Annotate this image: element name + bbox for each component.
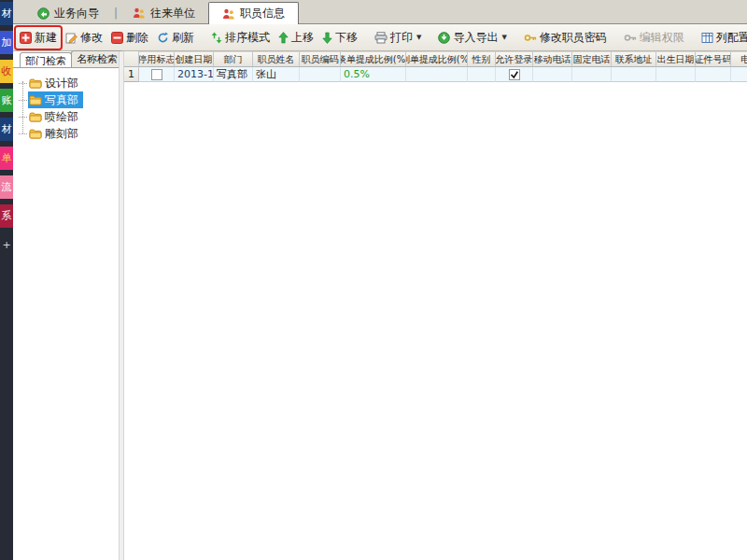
column-header-1[interactable]: 停用标志 (139, 51, 175, 67)
rail-tab-9[interactable]: + (0, 233, 13, 257)
toolbar-button-columns[interactable]: 列配置 (698, 27, 747, 49)
perm-icon (624, 32, 637, 44)
column-header-11[interactable]: 固定电话 (572, 51, 612, 67)
window-tab-3[interactable]: 职员信息 (208, 2, 299, 24)
grid-cell[interactable] (468, 67, 496, 82)
toolbar-button-down[interactable]: 下移 (318, 27, 361, 49)
toolbar-button-sort[interactable]: 排序模式 (207, 27, 274, 49)
module-rail: 材加收账材单流系+ (0, 0, 13, 560)
toolbar-button-import-export[interactable]: 导入导出▼ (434, 27, 510, 49)
column-header-8[interactable]: 性别 (468, 51, 496, 67)
column-header-9[interactable]: 允许登录 (496, 51, 533, 67)
grid-cell[interactable] (496, 67, 533, 82)
chevron-down-icon: ▼ (416, 34, 421, 41)
column-header-15[interactable]: 电 (731, 51, 747, 67)
print-icon (374, 32, 388, 44)
rail-tab-7[interactable]: 流 (0, 175, 13, 199)
column-header-3[interactable]: 部门 (214, 51, 253, 67)
toolbar-button-label: 导入导出 (453, 30, 498, 46)
window-tab-1[interactable]: 业务向导 (24, 3, 112, 23)
grid-cell[interactable] (300, 67, 341, 82)
edit-icon (65, 32, 78, 44)
rail-tab-5[interactable]: 材 (0, 118, 13, 141)
toolbar-button-perm: 编辑权限 (620, 27, 688, 49)
window-tab-label: 业务向导 (54, 6, 99, 21)
panel-tab-2[interactable]: 名称检索 (71, 50, 123, 67)
grid-cell[interactable] (572, 67, 612, 82)
window-tab-2[interactable]: 往来单位 (120, 3, 208, 23)
refresh-icon (157, 32, 169, 44)
checkbox-checked[interactable] (509, 69, 520, 80)
employee-grid: 停用标志创建日期部门职员姓名职员编码谈单提成比例(%)制单提成比例(%)性别允许… (124, 51, 747, 560)
toolbar: 新建修改删除刷新排序模式上移下移打印▼导入导出▼修改职员密码编辑权限列配置退出 (13, 24, 747, 51)
grid-cell[interactable] (656, 67, 696, 82)
tree-item-3[interactable]: 喷绘部 (28, 108, 83, 125)
key-icon (524, 32, 537, 44)
grid-cell[interactable] (731, 67, 747, 82)
rail-tab-3[interactable]: 收 (0, 60, 13, 83)
rail-tab-1[interactable]: 材 (0, 2, 13, 25)
chevron-down-icon: ▼ (501, 34, 506, 41)
panel-tab-1[interactable]: 部门检索 (20, 52, 72, 67)
rail-tab-6[interactable]: 单 (0, 147, 13, 170)
down-icon (322, 32, 332, 44)
column-header-6[interactable]: 谈单提成比例(%) (341, 51, 406, 67)
toolbar-button-edit[interactable]: 修改 (62, 27, 106, 49)
checkbox-unchecked[interactable] (151, 69, 162, 80)
grid-cell[interactable]: 0.5% (341, 67, 406, 82)
column-header-12[interactable]: 联系地址 (612, 51, 656, 67)
window-tab-label: 职员信息 (240, 6, 285, 21)
grid-cell[interactable] (533, 67, 572, 82)
toolbar-button-delete[interactable]: 删除 (107, 27, 152, 49)
grid-cell[interactable]: 2013-10-14 (175, 67, 214, 82)
toolbar-button-key[interactable]: 修改职员密码 (520, 27, 611, 49)
toolbar-button-label: 刷新 (172, 30, 194, 46)
tree-item-label: 设计部 (45, 76, 78, 91)
toolbar-button-label: 打印 (390, 30, 413, 46)
toolbar-button-print[interactable]: 打印▼ (371, 27, 425, 49)
tree-item-4[interactable]: 雕刻部 (28, 125, 83, 142)
grid-cell[interactable] (612, 67, 656, 82)
rail-tab-8[interactable]: 系 (0, 204, 13, 228)
toolbar-button-refresh[interactable]: 刷新 (153, 27, 198, 49)
rail-tab-4[interactable]: 账 (0, 89, 13, 112)
toolbar-button-label: 列配置 (716, 30, 747, 46)
column-header-4[interactable]: 职员姓名 (253, 51, 300, 67)
folder-icon (29, 111, 42, 122)
import-export-icon (438, 32, 450, 44)
toolbar-button-label: 新建 (35, 30, 57, 46)
panel-tabs: 部门检索名称检索 (13, 51, 119, 68)
toolbar-button-label: 修改职员密码 (540, 30, 607, 46)
tab-separator: | (114, 7, 118, 20)
grid-cell[interactable]: 张山 (253, 67, 300, 82)
folder-icon (29, 77, 42, 89)
column-header-2[interactable]: 创建日期 (175, 51, 214, 67)
tree-item-2[interactable]: 写真部 (28, 91, 83, 108)
people-icon (133, 7, 146, 19)
toolbar-button-up[interactable]: 上移 (275, 27, 317, 49)
toolbar-button-label: 编辑权限 (640, 30, 684, 46)
toolbar-button-label: 下移 (335, 30, 358, 46)
toolbar-button-new[interactable]: 新建 (16, 27, 61, 49)
up-icon (278, 32, 289, 44)
folder-icon (29, 94, 42, 105)
column-header-14[interactable]: 证件号码 (696, 51, 731, 67)
row-number-cell: 1 (124, 67, 139, 82)
rail-tab-2[interactable]: 加 (0, 31, 13, 54)
tree-item-label: 喷绘部 (45, 109, 78, 125)
grid-cell[interactable] (696, 67, 731, 82)
column-header-5[interactable]: 职员编码 (300, 51, 341, 67)
grid-header-row: 停用标志创建日期部门职员姓名职员编码谈单提成比例(%)制单提成比例(%)性别允许… (124, 51, 747, 67)
column-header-7[interactable]: 制单提成比例(%) (406, 51, 468, 67)
grid-cell[interactable]: 写真部 (214, 67, 253, 82)
grid-cell[interactable] (139, 67, 175, 82)
grid-body: 12013-10-14写真部张山0.5% (124, 67, 747, 82)
toolbar-button-label: 排序模式 (225, 30, 270, 46)
column-header-10[interactable]: 移动电话 (533, 51, 572, 67)
grid-cell[interactable] (406, 67, 468, 82)
column-header-13[interactable]: 出生日期 (656, 51, 696, 67)
table-row[interactable]: 12013-10-14写真部张山0.5% (124, 67, 747, 82)
new-icon (20, 32, 32, 44)
tree-item-1[interactable]: 设计部 (28, 75, 83, 91)
delete-icon (111, 32, 123, 44)
